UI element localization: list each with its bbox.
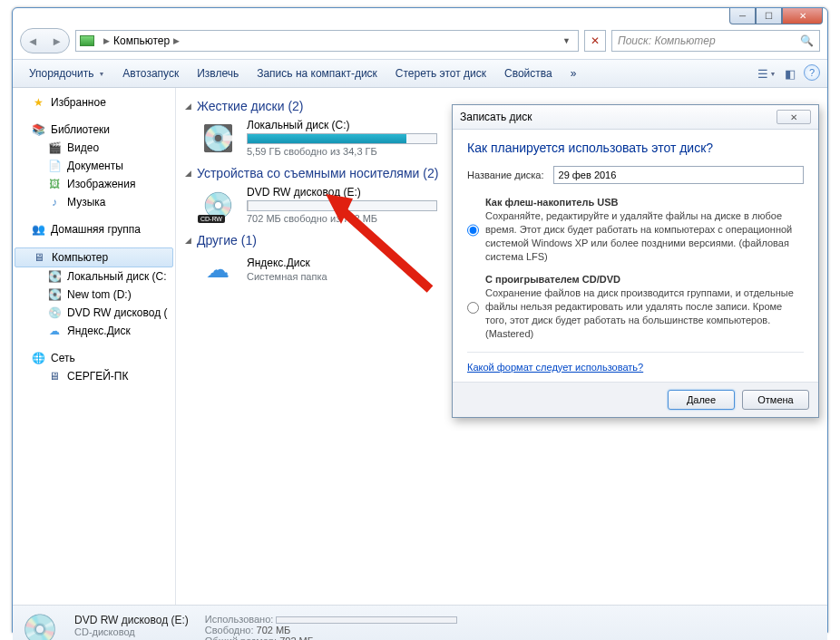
collapse-icon: ◢ (185, 169, 191, 178)
disc-name-label: Название диска: (467, 170, 544, 180)
option-usb-title: Как флеш-накопитель USB (485, 197, 804, 208)
sidebar-drive-c[interactable]: 💽Локальный диск (C: (13, 267, 175, 286)
sidebar-drive-d[interactable]: 💽New tom (D:) (13, 286, 175, 304)
option-cddvd-desc: Сохранение файлов на диск производится г… (485, 286, 804, 340)
sidebar-drive-e[interactable]: 💿DVD RW дисковод ( (13, 304, 175, 322)
maximize-button[interactable]: ☐ (756, 8, 782, 24)
capacity-bar (247, 133, 437, 144)
sidebar-network[interactable]: 🌐Сеть (13, 349, 175, 367)
sidebar-homegroup[interactable]: 👥Домашняя группа (13, 220, 175, 238)
drive-subtext: 5,59 ГБ свободно из 34,3 ГБ (247, 146, 455, 157)
capacity-bar (247, 200, 437, 211)
view-mode-button[interactable]: ☰ (757, 64, 777, 82)
close-button[interactable]: ✕ (782, 8, 823, 24)
back-icon: ◄ (27, 34, 39, 48)
disc-name-input[interactable] (553, 166, 804, 184)
computer-icon: 🖥 (47, 369, 62, 383)
properties-button[interactable]: Свойства (495, 63, 562, 83)
sidebar-computer[interactable]: 🖥Компьютер (15, 247, 173, 267)
search-icon: 🔍 (800, 34, 814, 47)
next-button[interactable]: Далее (668, 390, 735, 410)
computer-icon: 🖥 (32, 250, 46, 265)
address-dropdown[interactable]: ▼ (559, 36, 574, 45)
dialog-title-text: Записать диск (460, 111, 532, 123)
option-cd-dvd[interactable]: С проигрывателем CD/DVD Сохранение файло… (467, 274, 804, 340)
search-placeholder: Поиск: Компьютер (618, 34, 716, 47)
help-button[interactable]: ? (804, 64, 820, 81)
radio-usb[interactable] (467, 198, 479, 263)
images-icon: 🖼 (47, 177, 62, 191)
burn-disc-dialog: Записать диск ✕ Как планируется использо… (452, 104, 819, 418)
preview-pane-button[interactable]: ◧ (780, 64, 800, 82)
address-bar[interactable]: ▶ Компьютер ▶ ▼ (75, 30, 579, 52)
drive-subtext: Системная папка (247, 271, 455, 282)
status-used-bar (276, 616, 457, 624)
search-input[interactable]: Поиск: Компьютер 🔍 (611, 30, 820, 52)
status-drive-name: DVD RW дисковод (E:) (74, 614, 189, 626)
stop-refresh-button[interactable]: ✕ (584, 30, 606, 52)
sidebar-favorites[interactable]: ★Избранное (13, 93, 175, 112)
network-icon: 🌐 (31, 351, 45, 365)
collapse-icon: ◢ (185, 102, 191, 111)
dialog-heading: Как планируется использовать этот диск? (467, 141, 804, 155)
breadcrumb-computer[interactable]: Компьютер (113, 34, 170, 47)
dvd-icon: 💿CD-RW (22, 612, 65, 641)
organize-menu[interactable]: Упорядочить (20, 63, 113, 83)
erase-button[interactable]: Стереть этот диск (386, 63, 495, 83)
explorer-window: ─ ☐ ✕ ◄ ► ▶ Компьютер ▶ ▼ ✕ Поиск: Компь… (12, 7, 828, 633)
navigation-sidebar: ★Избранное 📚Библиотеки 🎬Видео 📄Документы… (13, 88, 176, 605)
option-usb-flash[interactable]: Как флеш-накопитель USB Сохраняйте, реда… (467, 197, 804, 263)
status-drive-type: CD-дисковод (74, 626, 189, 637)
documents-icon: 📄 (47, 159, 62, 173)
location-icon (80, 35, 94, 46)
more-menu[interactable]: » (562, 63, 586, 83)
yandex-disk-icon: ☁ (47, 324, 62, 338)
format-help-link[interactable]: Какой формат следует использовать? (467, 362, 643, 373)
status-free-value: 702 МБ (257, 625, 291, 635)
radio-cddvd[interactable] (467, 275, 479, 340)
hdd-icon: 💽 (47, 287, 62, 302)
sidebar-yandex-disk[interactable]: ☁Яндекс.Диск (13, 322, 175, 340)
music-icon: ♪ (47, 195, 62, 209)
sidebar-documents[interactable]: 📄Документы (13, 157, 175, 175)
hdd-icon: 💽 (47, 269, 62, 284)
status-total-value: 702 МБ (279, 635, 314, 641)
yandex-disk-icon: ☁ (198, 253, 238, 286)
sidebar-images[interactable]: 🖼Изображения (13, 175, 175, 193)
nav-back-forward[interactable]: ◄ ► (20, 28, 70, 53)
drive-name: DVD RW дисковод (E:) (247, 186, 455, 199)
dvd-icon: 💿CD-RW (198, 189, 238, 221)
sidebar-music[interactable]: ♪Музыка (13, 193, 175, 211)
forward-icon: ► (51, 34, 63, 48)
status-used-label: Использовано: (205, 614, 274, 625)
window-controls: ─ ☐ ✕ (729, 8, 823, 24)
chevron-right-icon: ▶ (173, 36, 180, 45)
sidebar-network-pc[interactable]: 🖥СЕРГЕЙ-ПК (13, 367, 175, 385)
status-total-label: Общий размер: (205, 635, 277, 641)
option-cddvd-title: С проигрывателем CD/DVD (485, 274, 804, 285)
toolbar: Упорядочить Автозапуск Извлечь Запись на… (13, 59, 827, 88)
chevron-right-icon: ▶ (103, 36, 110, 45)
cancel-button[interactable]: Отмена (742, 390, 809, 410)
burn-button[interactable]: Запись на компакт-диск (248, 63, 386, 83)
status-bar: 💿CD-RW DVD RW дисковод (E:) CD-дисковод … (13, 605, 827, 640)
libraries-icon: 📚 (31, 122, 45, 137)
drive-name: Локальный диск (C:) (247, 119, 455, 131)
option-usb-desc: Сохраняйте, редактируйте и удаляйте файл… (485, 209, 804, 263)
minimize-button[interactable]: ─ (729, 8, 756, 24)
video-icon: 🎬 (47, 141, 62, 155)
dvd-icon: 💿 (47, 305, 62, 320)
star-icon: ★ (31, 95, 45, 110)
dialog-close-button[interactable]: ✕ (777, 110, 811, 124)
eject-button[interactable]: Извлечь (188, 63, 248, 83)
homegroup-icon: 👥 (31, 222, 45, 237)
autoplay-button[interactable]: Автозапуск (113, 63, 188, 83)
collapse-icon: ◢ (185, 236, 191, 245)
drive-subtext: 702 МБ свободно из 702 МБ (247, 213, 455, 224)
address-row: ◄ ► ▶ Компьютер ▶ ▼ ✕ Поиск: Компьютер 🔍 (13, 8, 827, 59)
sidebar-libraries[interactable]: 📚Библиотеки (13, 121, 175, 139)
status-free-label: Свободно: (205, 625, 254, 635)
dialog-titlebar[interactable]: Записать диск ✕ (453, 105, 818, 130)
sidebar-video[interactable]: 🎬Видео (13, 139, 175, 157)
cdrw-badge: CD-RW (198, 215, 225, 223)
